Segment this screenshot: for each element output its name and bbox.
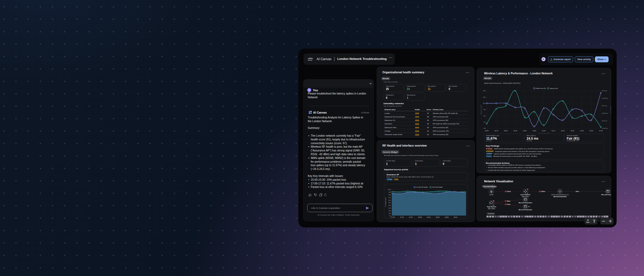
svg-text:Latency (ms): Latency (ms): [550, 88, 558, 89]
svg-text:16:40: 16:40: [580, 130, 584, 132]
svg-text:15ms: 15ms: [576, 191, 579, 192]
svg-text:cisco: cisco: [308, 59, 312, 61]
svg-text:34.4 ms: 34.4 ms: [602, 105, 607, 107]
svg-text:10%: 10%: [388, 213, 391, 214]
svg-text:15:30: 15:30: [513, 130, 517, 132]
svg-text:15:10: 15:10: [495, 130, 498, 132]
svg-text:11%: 11%: [483, 96, 486, 98]
svg-text:RF Health Score: RF Health Score: [385, 197, 386, 207]
svg-text:Microsoft Corporation: Microsoft Corporation: [554, 196, 566, 197]
svg-text:34.5 ms: 34.5 ms: [602, 90, 607, 92]
svg-text:12%: 12%: [483, 90, 486, 92]
svg-text:70%: 70%: [388, 197, 391, 198]
svg-text:90%: 90%: [388, 192, 391, 193]
svg-text:178ms: 178ms: [541, 191, 546, 192]
svg-text:Max: 8.9ms: Max: 8.9ms: [522, 196, 529, 197]
svg-text:16:30: 16:30: [570, 130, 574, 132]
svg-text:15:40: 15:40: [523, 130, 527, 132]
svg-text:Microsoft Corporation: Microsoft Corporation: [519, 209, 532, 210]
svg-text:9%: 9%: [484, 109, 486, 110]
svg-text:7%: 7%: [484, 121, 486, 123]
svg-text:15:20: 15:20: [504, 130, 508, 132]
svg-text:Packet Loss (%): Packet Loss (%): [536, 88, 546, 89]
svg-text:34.25 ms: 34.25 ms: [602, 128, 608, 129]
svg-text:ms: ms: [528, 206, 530, 207]
svg-text:07:26: 07:26: [391, 216, 395, 218]
svg-text:16:20: 16:20: [561, 130, 565, 132]
svg-text:16:50: 16:50: [590, 130, 593, 132]
svg-text:16:00: 16:00: [542, 130, 546, 132]
svg-text:5 GHz RF Health: 5 GHz RF Health: [432, 186, 443, 188]
svg-text:50%: 50%: [388, 202, 391, 204]
svg-text:16:10: 16:10: [551, 130, 555, 132]
svg-text:100%: 100%: [388, 189, 391, 190]
svg-text:15:50: 15:50: [532, 130, 536, 132]
svg-text:80%: 80%: [388, 194, 391, 196]
svg-text:8.9ms: 8.9ms: [507, 191, 511, 192]
svg-text:07:54: 07:54: [409, 216, 413, 218]
svg-text:Latency (ms): Latency (ms): [610, 106, 611, 114]
svg-text:Microsoft Corporation: Microsoft Corporation: [601, 194, 611, 195]
svg-text:8%: 8%: [484, 115, 486, 117]
svg-text:Target Network: Target Network: [487, 206, 496, 208]
svg-text:09:04: 09:04: [454, 216, 458, 218]
svg-text:20%: 20%: [388, 210, 391, 212]
svg-text:74ms: 74ms: [507, 204, 511, 205]
svg-text:34.45 ms: 34.45 ms: [602, 97, 608, 99]
svg-text:17:00: 17:00: [599, 130, 603, 132]
svg-text:2.4 GHz RF Health: 2.4 GHz RF Health: [416, 186, 428, 188]
svg-text:ae14-0.cor01.chi2.ntwk.msn.net: ae14-0.cor01.chi2.ntwk.msn.net: [551, 194, 569, 195]
svg-text:08:22: 08:22: [427, 216, 431, 218]
svg-text:London: London: [489, 194, 493, 195]
svg-text:98ms: 98ms: [507, 200, 511, 202]
svg-text:30%: 30%: [388, 208, 391, 209]
svg-text:34.35 ms: 34.35 ms: [602, 112, 608, 114]
svg-text:Max: 178ms: Max: 178ms: [488, 208, 495, 209]
svg-text:08:08: 08:08: [418, 216, 422, 218]
svg-text:Packet Loss (%): Packet Loss (%): [480, 104, 482, 114]
svg-text:15:00: 15:00: [485, 130, 489, 132]
svg-text:07:40: 07:40: [400, 216, 404, 218]
svg-text:40%: 40%: [388, 205, 391, 206]
svg-text:60%: 60%: [388, 200, 391, 201]
svg-text:Microsoft Corporation: Microsoft Corporation: [519, 202, 532, 204]
svg-text:08:50: 08:50: [445, 216, 449, 218]
svg-text:10%: 10%: [483, 103, 486, 104]
svg-text:34.3 ms: 34.3 ms: [602, 120, 607, 122]
svg-text:Source Network: Source Network: [521, 194, 530, 195]
svg-text:08:36: 08:36: [436, 216, 440, 218]
svg-text:6%: 6%: [484, 128, 486, 129]
